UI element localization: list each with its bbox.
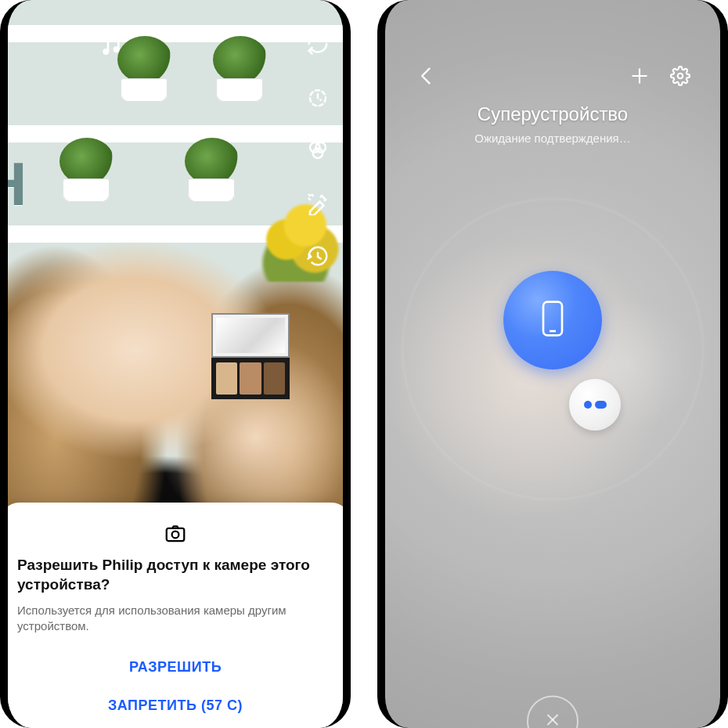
permission-sheet: Разрешить Philip доступ к камере этого у… [2,503,349,728]
svg-rect-6 [167,528,185,541]
decor-pot [121,78,168,102]
phone-left-frame: H [0,0,351,728]
pending-indicator-bar [595,401,607,409]
topbar [385,63,708,89]
decor-plant [59,138,114,185]
decor-compact [211,313,290,399]
decor-plant [117,36,172,83]
svg-point-0 [103,49,109,55]
permission-subtitle: Используется для использования камеры др… [17,603,333,635]
speed-icon[interactable] [304,243,332,271]
deny-button[interactable]: ЗАПРЕТИТЬ (57 С) [17,687,333,725]
pending-indicator-dot [584,401,592,409]
device-bubble-pending[interactable] [569,379,621,431]
decor-plant [213,36,268,83]
decor-plant [185,138,240,185]
gear-icon[interactable] [667,63,694,89]
permission-title: Разрешить Philip доступ к камере этого у… [17,556,333,594]
music-icon[interactable] [99,33,124,58]
superdevice-subtitle: Ожидание подтверждения… [385,132,720,145]
filters-icon[interactable] [304,136,332,164]
phone-right-frame: Суперустройство Ожидание подтверждения… [377,0,728,728]
beauty-icon[interactable] [304,189,332,218]
decor-pot [188,178,235,202]
switch-camera-icon[interactable] [304,30,332,58]
svg-point-7 [172,532,179,539]
plus-icon[interactable] [626,63,653,89]
phone-icon [539,300,566,341]
svg-point-1 [114,46,120,52]
decor-letter: H [0,153,30,214]
decor-pot [216,78,263,102]
decor-pot [63,178,110,202]
camera-tools [304,30,332,271]
svg-point-5 [313,149,323,159]
camera-icon [17,521,333,548]
superdevice-title: Суперустройство [385,103,720,125]
svg-point-10 [678,74,683,79]
timer-icon[interactable] [304,83,332,111]
close-icon [543,710,562,728]
device-bubble-main[interactable] [503,271,602,369]
allow-button[interactable]: РАЗРЕШИТЬ [17,648,333,687]
back-icon[interactable] [413,63,440,89]
